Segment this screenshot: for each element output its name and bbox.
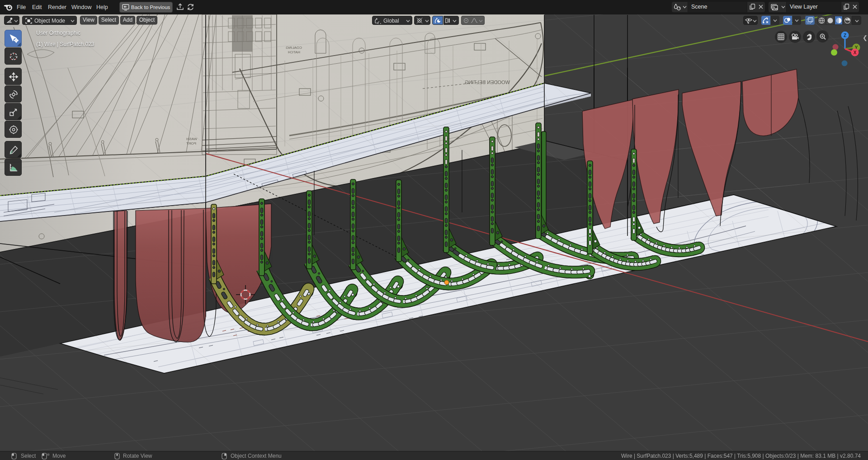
svg-text:X: X: [854, 50, 857, 55]
svg-text:Z: Z: [844, 33, 846, 38]
svg-text:WASH: WASH: [186, 137, 197, 141]
svg-text:WOODEN BELTING: WOODEN BELTING: [465, 80, 510, 85]
svg-text:COALING: COALING: [286, 46, 302, 50]
svg-text:HATCH: HATCH: [288, 50, 300, 54]
svg-text:PORT: PORT: [186, 141, 196, 146]
